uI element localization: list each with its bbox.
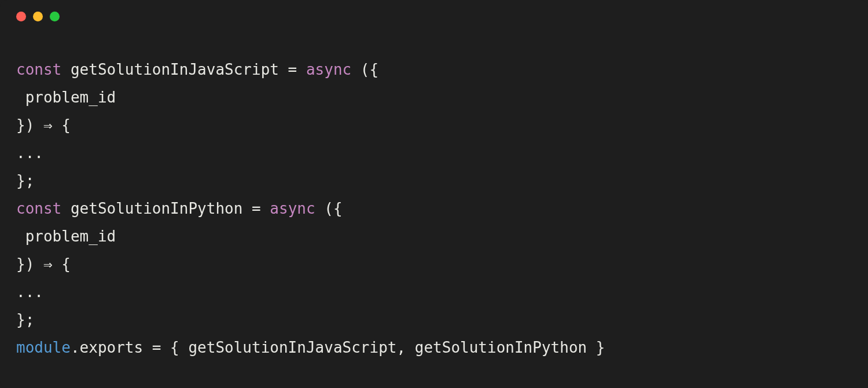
param-problem-id: problem_id bbox=[25, 228, 116, 245]
export-func-py: getSolutionInPython bbox=[415, 339, 587, 356]
exports-prop: exports bbox=[80, 339, 144, 356]
window-titlebar bbox=[0, 0, 868, 32]
minimize-icon[interactable] bbox=[33, 12, 43, 21]
ellipsis: ... bbox=[16, 283, 43, 301]
keyword-const: const bbox=[16, 200, 61, 217]
open-destruct: ({ bbox=[315, 200, 343, 217]
equals: = bbox=[242, 200, 270, 217]
space bbox=[61, 200, 71, 217]
ellipsis: ... bbox=[16, 144, 43, 162]
module-keyword: module bbox=[16, 339, 71, 356]
close-block: }; bbox=[16, 172, 34, 189]
code-block: const getSolutionInJavaScript = async ({… bbox=[0, 32, 868, 378]
func-name-py: getSolutionInPython bbox=[71, 200, 242, 217]
code-window: const getSolutionInJavaScript = async ({… bbox=[0, 0, 868, 388]
equals: = bbox=[279, 61, 306, 78]
space bbox=[61, 61, 71, 78]
maximize-icon[interactable] bbox=[50, 12, 60, 21]
close-destruct-arrow: }) ⇒ { bbox=[16, 255, 71, 273]
close-block: }; bbox=[16, 311, 34, 328]
close-destruct-arrow: }) ⇒ { bbox=[16, 116, 71, 134]
keyword-const: const bbox=[16, 61, 61, 78]
param-problem-id: problem_id bbox=[25, 89, 116, 106]
keyword-async: async bbox=[306, 61, 351, 78]
close-icon[interactable] bbox=[16, 12, 26, 21]
exports-close: } bbox=[587, 339, 605, 356]
exports-sep: , bbox=[396, 339, 414, 356]
func-name-js: getSolutionInJavaScript bbox=[71, 61, 279, 78]
dot: . bbox=[71, 339, 80, 356]
open-destruct: ({ bbox=[351, 61, 378, 78]
exports-open: = { bbox=[143, 339, 188, 356]
keyword-async: async bbox=[270, 200, 315, 217]
export-func-js: getSolutionInJavaScript bbox=[188, 339, 396, 356]
